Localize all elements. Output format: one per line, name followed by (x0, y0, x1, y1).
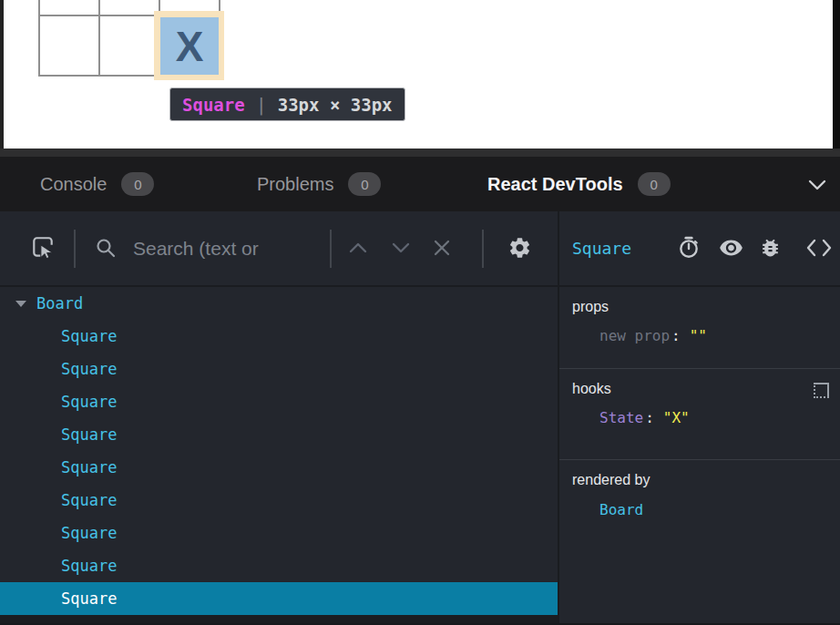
inspect-element-icon[interactable] (30, 235, 56, 261)
new-prop-value-input[interactable]: "" (690, 327, 707, 344)
toolbar-separator (74, 230, 76, 268)
key-value-separator: : (645, 409, 654, 426)
selected-component-title: Square (572, 239, 631, 258)
component-name: Square (61, 393, 117, 411)
debug-bug-icon[interactable] (759, 237, 782, 260)
tab-count-badge: 0 (121, 172, 154, 196)
hook-state-value[interactable]: "X" (663, 409, 690, 426)
tab-count-badge: 0 (348, 172, 381, 196)
collapse-panel-chevron-icon[interactable] (807, 179, 827, 191)
clear-search-icon[interactable] (432, 238, 452, 258)
rendered-by-heading: rendered by (572, 472, 840, 488)
rendered-by-section: rendered by Board (559, 460, 840, 560)
component-name: Square (61, 491, 117, 509)
tree-row-square[interactable]: Square (0, 418, 558, 451)
board-square[interactable] (100, 16, 160, 77)
devtools-tab-bar: Console 0 Problems 0 React DevTools 0 (0, 157, 840, 211)
profiler-stopwatch-icon[interactable] (677, 236, 701, 260)
tree-row-square[interactable]: Square (0, 517, 558, 549)
tab-label: Problems (257, 174, 333, 195)
component-details-panel: props new prop : "" hooks State : "X" re… (559, 287, 840, 615)
tree-row-square[interactable]: Square (0, 451, 558, 484)
component-name: Board (36, 294, 83, 312)
next-match-icon[interactable] (391, 241, 411, 254)
parse-hook-names-icon[interactable] (814, 383, 829, 398)
components-tree: Board Square Square Square Square Square… (0, 287, 558, 615)
component-name: Square (61, 557, 117, 575)
component-name: Square (61, 360, 117, 378)
tab-count-badge: 0 (638, 172, 671, 196)
window-left-edge (0, 0, 4, 149)
settings-gear-icon[interactable] (507, 236, 532, 261)
devtools-top-border (0, 149, 840, 157)
tree-row-square[interactable]: Square (0, 385, 558, 418)
hook-state-row[interactable]: State : "X" (599, 409, 840, 426)
component-name: Square (61, 458, 117, 476)
hook-name: State (599, 409, 643, 426)
tab-label: Console (40, 174, 107, 195)
tree-row-square[interactable]: Square (0, 484, 558, 517)
hooks-heading: hooks (572, 381, 840, 397)
search-input[interactable] (133, 211, 326, 285)
board-square[interactable] (100, 0, 160, 16)
props-section: props new prop : "" (559, 287, 840, 369)
tree-row-square-selected[interactable]: Square (0, 582, 558, 615)
expand-triangle-icon[interactable] (15, 301, 26, 307)
toolbar-separator (482, 230, 484, 268)
element-size-tooltip: Square | 33px × 33px (169, 87, 405, 121)
component-name: Square (61, 327, 117, 345)
inspect-highlight-content[interactable]: X (160, 17, 219, 75)
key-value-separator: : (671, 327, 681, 344)
tree-row-square[interactable]: Square (0, 320, 558, 353)
rendered-by-owner-link[interactable]: Board (599, 501, 840, 518)
inspected-page: X Square | 33px × 33px (0, 0, 840, 149)
previous-match-icon[interactable] (348, 241, 368, 254)
tooltip-component-name: Square (182, 95, 245, 115)
page-scrollbar-track[interactable] (833, 0, 840, 149)
inspect-eye-icon[interactable] (719, 236, 743, 261)
view-source-icon[interactable] (806, 238, 832, 258)
toolbar-separator (330, 230, 332, 268)
board-square[interactable] (40, 16, 100, 77)
tab-console[interactable]: Console 0 (40, 157, 154, 211)
tab-problems[interactable]: Problems 0 (257, 157, 381, 211)
component-name: Square (61, 589, 117, 608)
square-value: X (176, 22, 204, 71)
component-name: Square (61, 524, 117, 542)
board-square[interactable] (40, 0, 100, 16)
details-panel-header: Square (559, 211, 840, 285)
tab-react-devtools[interactable]: React DevTools 0 (487, 157, 671, 211)
component-name: Square (61, 425, 117, 444)
components-toolbar (0, 211, 558, 285)
inspect-highlight-padding: X (154, 11, 224, 80)
search-icon (95, 237, 117, 259)
hooks-section: hooks State : "X" (559, 369, 840, 460)
tree-row-square[interactable]: Square (0, 549, 558, 582)
new-prop-key-input[interactable]: new prop (599, 327, 670, 344)
prop-row[interactable]: new prop : "" (599, 327, 840, 344)
tree-row-board[interactable]: Board (0, 287, 558, 320)
tab-label: React DevTools (487, 174, 623, 195)
tree-row-square[interactable]: Square (0, 353, 558, 385)
tooltip-divider: | (256, 94, 267, 116)
tooltip-dimensions: 33px × 33px (278, 95, 393, 115)
props-heading: props (572, 299, 840, 315)
